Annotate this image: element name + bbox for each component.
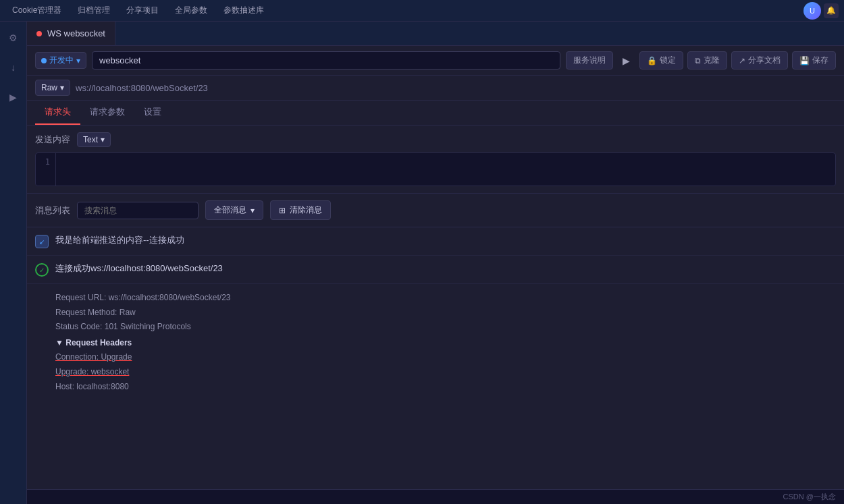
- tab-label: WS websocket: [47, 28, 105, 38]
- ws-url-display: ws://localhost:8080/webSocket/23: [76, 83, 208, 93]
- bottom-bar: CSDN @一执念: [27, 489, 844, 504]
- send-label: 发送内容: [35, 134, 70, 146]
- receive-icon: ↙: [35, 235, 49, 248]
- method-selector[interactable]: Raw ▾: [35, 80, 70, 96]
- play-sidebar-icon[interactable]: ▶: [3, 86, 24, 108]
- env-chevron: ▾: [76, 56, 80, 65]
- share-icon: ↗: [739, 56, 745, 65]
- send-label-row: 发送内容 Text ▾: [35, 132, 836, 147]
- left-sidebar: ⚙ ↓ ▶: [0, 22, 27, 504]
- upgrade-header-line: Upgrade: websocket: [55, 365, 836, 380]
- play-button[interactable]: ▶: [617, 51, 635, 69]
- clear-label: 清除消息: [290, 204, 322, 216]
- content-type-selector[interactable]: Text ▾: [77, 132, 111, 147]
- request-headers-title: ▼ Request Headers: [55, 336, 836, 351]
- clear-icon: ⊞: [279, 206, 286, 215]
- nav-share-project[interactable]: 分享项目: [120, 2, 165, 19]
- message-text-receive: 我是给前端推送的内容--连接成功: [55, 234, 184, 246]
- tab-dot: [36, 31, 42, 36]
- save-icon: 💾: [799, 56, 810, 65]
- tab-request-params[interactable]: 请求参数: [80, 101, 134, 125]
- search-input[interactable]: [77, 202, 199, 219]
- request-method-line: Request Method: Raw: [55, 306, 836, 320]
- filter-label: 全部消息: [214, 204, 246, 216]
- user-avatar[interactable]: U: [803, 2, 821, 20]
- lock-icon: 🔒: [647, 56, 657, 65]
- tab-request-headers[interactable]: 请求头: [35, 101, 80, 125]
- method-label: Raw: [41, 83, 57, 92]
- nav-cookie[interactable]: Cookie管理器: [5, 2, 68, 19]
- method-row: Raw ▾ ws://localhost:8080/webSocket/23: [27, 76, 844, 101]
- action-buttons: 服务说明 ▶ 🔒 锁定 ⧉ 克隆 ↗ 分享文档 💾 保存: [566, 51, 836, 69]
- request-tabs: 请求头 请求参数 设置: [27, 101, 844, 125]
- method-chevron: ▾: [60, 83, 64, 92]
- success-icon: ✓: [35, 263, 49, 277]
- filter-chevron: ▾: [250, 206, 255, 215]
- message-list-label: 消息列表: [35, 204, 70, 217]
- url-bar: 开发中 ▾ 服务说明 ▶ 🔒 锁定 ⧉ 克隆 ↗ 分享文档: [27, 46, 844, 76]
- tab-settings[interactable]: 设置: [134, 101, 171, 125]
- download-icon[interactable]: ↓: [3, 57, 24, 78]
- send-area: 发送内容 Text ▾ 1: [27, 125, 844, 194]
- lock-btn[interactable]: 🔒 锁定: [639, 51, 683, 69]
- tab-bar: WS websocket: [27, 22, 844, 46]
- type-label: Text: [83, 135, 98, 144]
- request-url-line: Request URL: ws://localhost:8080/webSock…: [55, 291, 836, 306]
- type-chevron: ▾: [101, 135, 105, 144]
- credit-text: CSDN @一执念: [783, 492, 836, 502]
- clone-icon: ⧉: [695, 56, 701, 65]
- message-list-area: 消息列表 全部消息 ▾ ⊞ 清除消息 ↙ 我是给前端推送的内容--连接成功 ✓: [27, 194, 844, 489]
- nav-archive[interactable]: 归档管理: [71, 2, 117, 19]
- share-doc-btn[interactable]: ↗ 分享文档: [731, 51, 788, 69]
- host-header-line: Host: localhost:8080: [55, 380, 836, 395]
- clear-button[interactable]: ⊞ 清除消息: [270, 200, 331, 220]
- message-header-row: 消息列表 全部消息 ▾ ⊞ 清除消息: [27, 194, 844, 227]
- settings-icon[interactable]: ⚙: [3, 27, 24, 49]
- filter-button[interactable]: 全部消息 ▾: [205, 200, 263, 220]
- env-dot: [41, 58, 47, 63]
- code-input[interactable]: [56, 153, 835, 186]
- clone-btn[interactable]: ⧉ 克隆: [687, 51, 727, 69]
- message-text-success: 连接成功ws://localhost:8080/webSocket/23: [55, 262, 223, 275]
- message-item-success: ✓ 连接成功ws://localhost:8080/webSocket/23: [27, 256, 844, 284]
- layout: ⚙ ↓ ▶ WS websocket 开发中 ▾ 服务说明 ▶ 🔒: [0, 22, 844, 504]
- top-nav: Cookie管理器 归档管理 分享项目 全局参数 参数抽述库 U 🔔: [0, 0, 844, 22]
- code-editor: 1: [35, 152, 836, 186]
- message-item-receive: ↙ 我是给前端推送的内容--连接成功: [27, 227, 844, 256]
- save-btn[interactable]: 💾 保存: [792, 51, 836, 69]
- notification-badge[interactable]: 🔔: [824, 3, 839, 18]
- service-description-btn[interactable]: 服务说明: [566, 51, 613, 69]
- url-input[interactable]: [92, 51, 560, 69]
- main-content: WS websocket 开发中 ▾ 服务说明 ▶ 🔒 锁定 ⧉ 克隆: [27, 22, 844, 504]
- env-selector[interactable]: 开发中 ▾: [35, 52, 86, 69]
- env-label: 开发中: [49, 55, 74, 66]
- nav-global-params[interactable]: 全局参数: [168, 2, 214, 19]
- line-numbers: 1: [36, 153, 56, 186]
- connection-header-line: Connection: Upgrade: [55, 350, 836, 365]
- ws-tab[interactable]: WS websocket: [27, 22, 115, 45]
- status-code-line: Status Code: 101 Switching Protocols: [55, 320, 836, 335]
- nav-param-lib[interactable]: 参数抽述库: [217, 2, 271, 19]
- connection-details: Request URL: ws://localhost:8080/webSock…: [27, 284, 844, 401]
